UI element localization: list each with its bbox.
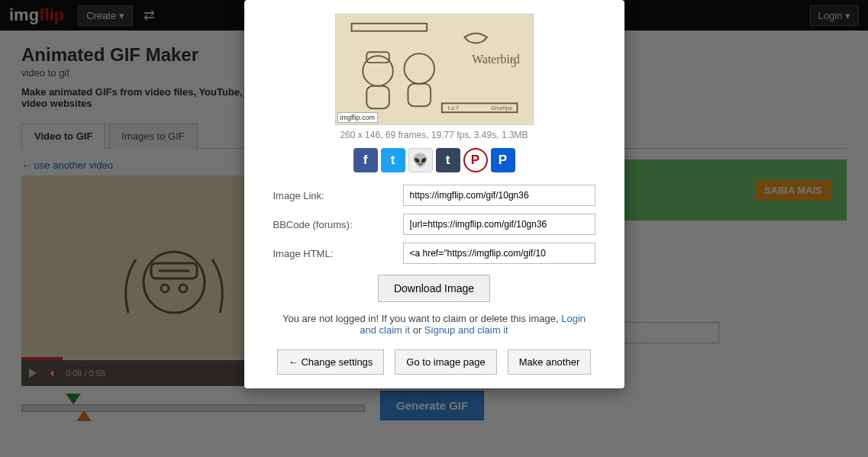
twitter-share-icon[interactable]: t: [381, 148, 405, 172]
bbcode-input[interactable]: [403, 214, 595, 235]
image-link-input[interactable]: [403, 185, 595, 206]
gif-metadata: 260 x 146, 69 frames, 19.77 fps, 3.49s, …: [273, 130, 595, 140]
watermark: imgflip.com: [337, 112, 379, 123]
signup-claim-link[interactable]: Signup and claim it: [424, 324, 508, 336]
result-modal: Waterbird 3 Grumps Lv.7 imgflip.com 260 …: [244, 0, 624, 388]
svg-text:Lv.7: Lv.7: [447, 105, 458, 111]
change-settings-button[interactable]: ← Change settings: [277, 349, 385, 375]
go-to-image-page-button[interactable]: Go to image page: [395, 349, 496, 375]
make-another-button[interactable]: Make another: [508, 349, 592, 375]
login-message: You are not logged in! If you want to cl…: [273, 313, 595, 336]
tumblr-share-icon[interactable]: t: [436, 148, 460, 172]
bbcode-label: BBCode (forums):: [273, 219, 403, 230]
image-link-label: Image Link:: [273, 190, 403, 201]
gif-preview: Waterbird 3 Grumps Lv.7 imgflip.com: [335, 14, 534, 125]
image-html-label: Image HTML:: [273, 248, 403, 259]
download-image-button[interactable]: Download Image: [378, 275, 490, 302]
svg-text:3: 3: [511, 58, 516, 69]
facebook-share-icon[interactable]: f: [353, 148, 378, 172]
reddit-share-icon[interactable]: 👽: [408, 148, 433, 172]
pinboard-share-icon[interactable]: P: [491, 148, 515, 172]
modal-overlay: Waterbird 3 Grumps Lv.7 imgflip.com 260 …: [0, 0, 868, 457]
pinterest-share-icon[interactable]: P: [463, 148, 488, 172]
svg-text:Grumps: Grumps: [490, 105, 511, 111]
image-html-input[interactable]: [403, 243, 595, 264]
